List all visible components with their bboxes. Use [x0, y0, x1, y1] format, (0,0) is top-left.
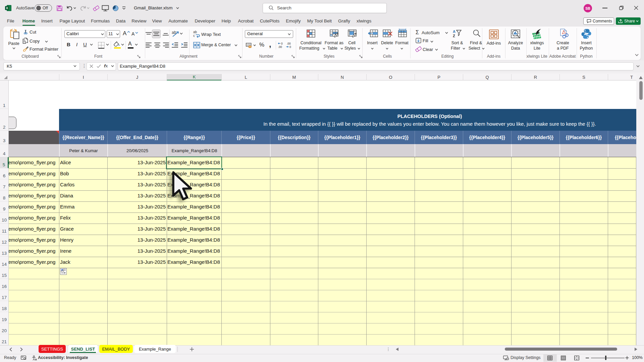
svg-text:c: c [193, 34, 195, 38]
svg-text:Z: Z [453, 34, 455, 38]
svg-text:ab: ab [193, 31, 197, 34]
svg-text:X: X [6, 6, 8, 10]
svg-text:A: A [453, 29, 455, 34]
